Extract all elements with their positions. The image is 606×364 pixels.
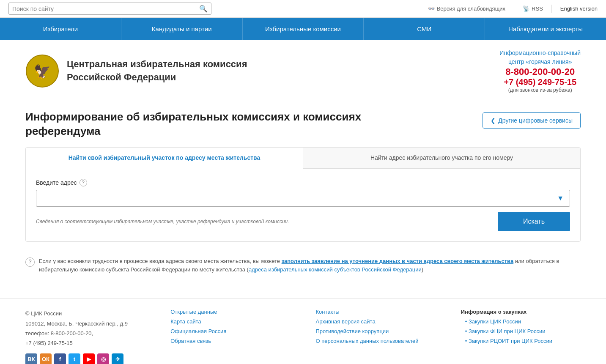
help-notice: ? Если у вас возникли трудности в процес… (25, 250, 581, 282)
nav-item-observers[interactable]: Наблюдатели и эксперты (485, 18, 606, 40)
top-bar: 🔍 👓 Версия для слабовидящих 📡 RSS Englis… (0, 0, 606, 18)
footer-links-col1: Открытые данные Карта сайта Официальная … (170, 309, 290, 344)
footer-col-links2: Контакты Архивная версия сайта Противоде… (316, 309, 436, 364)
page-title-row: Информирование об избирательных комиссия… (25, 110, 581, 139)
main-nav: Избиратели Кандидаты и партии Избиратель… (0, 18, 606, 40)
footer-col-procurement: Информация о закупках Закупки ЦИК России… (461, 309, 581, 364)
tabs-container: Найти свой избирательный участок по адре… (25, 147, 581, 242)
digital-services-button[interactable]: ❮ Другие цифровые сервисы (483, 112, 581, 129)
footer-link-feedback[interactable]: Обратная связь (170, 338, 290, 344)
procurement-links: Закупки ЦИК России Закупки ФЦИ при ЦИК Р… (461, 318, 581, 344)
hint-text: Сведения о соответствующем избирательном… (36, 219, 289, 224)
footer-link-anticorruption[interactable]: Противодействие коррупции (316, 328, 436, 334)
divider (514, 5, 514, 13)
footer-col-links1: Открытые данные Карта сайта Официальная … (170, 309, 290, 364)
address-input[interactable] (42, 195, 557, 202)
address-label: Введите адрес ? (36, 179, 570, 186)
dropdown-arrow-icon[interactable]: ▼ (557, 194, 564, 202)
tab-by-number[interactable]: Найти адрес избирательного участка по ег… (303, 148, 580, 168)
page-title: Информирование об избирательных комиссия… (25, 110, 406, 139)
footer-org-info: © ЦИК России 109012, Москва, Б. Черкасск… (25, 309, 145, 348)
nav-item-candidates[interactable]: Кандидаты и партии (121, 18, 243, 40)
hotline-block: Информационно-справочный центр «горячая … (499, 49, 581, 93)
social-telegram[interactable]: ✈ (112, 353, 123, 364)
hotline-number-second: +7 (495) 249-75-15 (499, 77, 581, 87)
logo-area: 🦅 Центральная избирательная комиссия Рос… (25, 54, 247, 88)
procurement-link-rcoit[interactable]: Закупки РЦОИТ при ЦИК России (461, 338, 581, 344)
nav-item-media[interactable]: СМИ (364, 18, 485, 40)
search-box[interactable]: 🔍 (8, 3, 211, 15)
footer-link-russia[interactable]: Официальная Россия (170, 328, 290, 334)
footer-social: ВК ОК f t ▶ ◎ ✈ (25, 353, 145, 364)
commissions-addresses-link[interactable]: адреса избирательных комиссий субъектов … (249, 266, 422, 273)
org-name: Центральная избирательная комиссия Росси… (67, 58, 247, 84)
top-links: 👓 Версия для слабовидящих 📡 RSS English … (428, 5, 598, 13)
hotline-note: (для звонков из-за рубежа) (499, 87, 581, 93)
search-button[interactable]: Искать (498, 212, 570, 231)
help-text: Если у вас возникли трудности в процессе… (39, 257, 581, 275)
divider (551, 5, 552, 13)
footer-links-col2: Контакты Архивная версия сайта Противоде… (316, 309, 436, 344)
social-instagram[interactable]: ◎ (97, 353, 109, 364)
fill-form-link[interactable]: заполнить заявление на уточнение данных … (282, 258, 513, 264)
social-twitter[interactable]: t (69, 353, 80, 364)
main-content: Информирование об избирательных комиссия… (0, 101, 606, 290)
rss-link[interactable]: 📡 RSS (523, 5, 543, 12)
tab-by-address[interactable]: Найти свой избирательный участок по адре… (26, 148, 303, 169)
footer-link-sitemap[interactable]: Карта сайта (170, 318, 290, 325)
rss-icon: 📡 (523, 5, 529, 12)
logo-emblem: 🦅 (25, 54, 59, 88)
search-button[interactable]: 🔍 (199, 5, 208, 13)
site-header: 🦅 Центральная избирательная комиссия Рос… (0, 40, 606, 101)
nav-item-voters[interactable]: Избиратели (0, 18, 121, 40)
english-link[interactable]: English version (560, 5, 598, 12)
tabs-header: Найти свой избирательный участок по адре… (26, 148, 580, 169)
hotline-title: Информационно-справочный центр «горячая … (499, 49, 581, 66)
social-vk[interactable]: ВК (25, 353, 37, 364)
procurement-link-fci[interactable]: Закупки ФЦИ при ЦИК России (461, 328, 581, 334)
procurement-title: Информация о закупках (461, 309, 581, 315)
social-facebook[interactable]: f (54, 353, 66, 364)
tab-content: Введите адрес ? ▼ Сведения о соответству… (26, 169, 580, 241)
footer-col-org: © ЦИК России 109012, Москва, Б. Черкасск… (25, 309, 145, 364)
footer: © ЦИК России 109012, Москва, Б. Черкасск… (0, 298, 606, 364)
footer-link-personaldata[interactable]: О персональных данных пользователей (316, 338, 436, 344)
footer-link-archive[interactable]: Архивная версия сайта (316, 318, 436, 325)
address-help-icon[interactable]: ? (80, 179, 87, 186)
procurement-link-cik[interactable]: Закупки ЦИК России (461, 318, 581, 325)
svg-text:🦅: 🦅 (34, 63, 51, 79)
footer-link-contacts[interactable]: Контакты (316, 309, 436, 315)
search-row: Сведения о соответствующем избирательном… (36, 212, 570, 231)
search-input[interactable] (12, 5, 199, 12)
chevron-left-icon: ❮ (491, 117, 496, 124)
address-input-row[interactable]: ▼ (36, 190, 570, 207)
nav-item-commissions[interactable]: Избирательные комиссии (243, 18, 364, 40)
vision-link[interactable]: 👓 Версия для слабовидящих (428, 5, 506, 12)
hotline-number-main: 8-800-200-00-20 (499, 66, 581, 77)
help-circle-icon: ? (25, 257, 35, 267)
vision-icon: 👓 (428, 5, 435, 12)
footer-link-opendata[interactable]: Открытые данные (170, 309, 290, 315)
social-ok[interactable]: ОК (40, 353, 52, 364)
social-youtube[interactable]: ▶ (83, 353, 95, 364)
